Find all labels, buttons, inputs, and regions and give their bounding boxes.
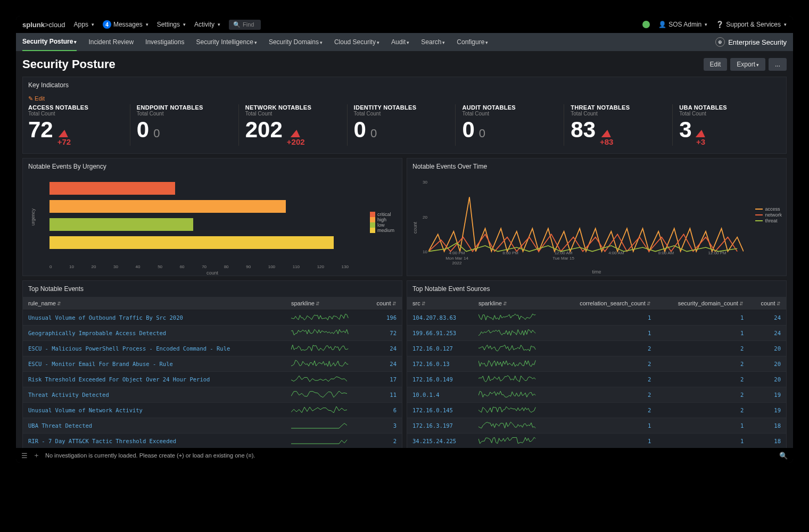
indicator-value: 202+202 bbox=[245, 119, 347, 146]
src-cell[interactable]: 172.16.0.127 bbox=[407, 341, 473, 356]
support-menu[interactable]: ❔ Support & Services bbox=[716, 21, 787, 28]
topbar: splunk>cloud Apps 4 Messages Settings Ac… bbox=[16, 16, 793, 33]
table-row[interactable]: 172.16.0.1272220 bbox=[407, 341, 786, 356]
col-corr[interactable]: correlation_search_count bbox=[557, 297, 656, 310]
table-row[interactable]: 172.16.3.1971118 bbox=[407, 418, 786, 434]
table-row[interactable]: 104.207.83.631124 bbox=[407, 310, 786, 326]
user-menu[interactable]: 👤 SOS Admin bbox=[658, 21, 707, 28]
sparkline-cell bbox=[473, 341, 557, 356]
count-cell: 2 bbox=[366, 434, 402, 448]
indicator[interactable]: THREAT NOTABLESTotal Count83+83 bbox=[564, 104, 672, 146]
col-domain[interactable]: security_domain_count bbox=[656, 297, 749, 310]
bar-low[interactable] bbox=[49, 218, 193, 231]
rule-name[interactable]: Threat Activity Detected bbox=[23, 387, 286, 403]
table-row[interactable]: Unusual Volume of Outbound Traffic By Sr… bbox=[23, 310, 402, 326]
sparkline-cell bbox=[473, 403, 557, 418]
panel-title: Top Notable Event Sources bbox=[407, 281, 786, 297]
rule-name[interactable]: Unusual Volume of Network Activity bbox=[23, 403, 286, 418]
nav-security-domains[interactable]: Security Domains bbox=[269, 34, 323, 51]
add-icon[interactable]: ＋ bbox=[33, 451, 40, 460]
table-row[interactable]: ESCU - Monitor Email For Brand Abuse - R… bbox=[23, 356, 402, 372]
nav-configure[interactable]: Configure bbox=[457, 34, 488, 51]
indicator-value: 72+72 bbox=[28, 119, 130, 146]
indicator[interactable]: ENDPOINT NOTABLESTotal Count00 bbox=[130, 104, 238, 146]
src-cell[interactable]: 34.215.24.225 bbox=[407, 434, 473, 448]
table-row[interactable]: 34.215.24.2251118 bbox=[407, 434, 786, 448]
zero-sub: 0 bbox=[153, 128, 160, 139]
sparkline-cell bbox=[473, 310, 557, 326]
src-cell[interactable]: 172.16.0.145 bbox=[407, 403, 473, 418]
bars-area[interactable] bbox=[49, 180, 349, 260]
indicator[interactable]: UBA NOTABLESTotal Count3+3 bbox=[672, 104, 781, 146]
table-row[interactable]: Threat Activity Detected11 bbox=[23, 387, 402, 403]
global-search[interactable]: 🔍 Find bbox=[229, 20, 261, 30]
table-row[interactable]: UBA Threat Detected3 bbox=[23, 418, 402, 434]
bar-medium[interactable] bbox=[49, 236, 334, 249]
list-icon[interactable]: ☰ bbox=[21, 452, 28, 460]
messages-menu[interactable]: 4 Messages bbox=[103, 20, 148, 29]
table-row[interactable]: 172.16.0.132220 bbox=[407, 356, 786, 372]
search-icon[interactable]: 🔍 bbox=[779, 452, 788, 460]
sparkline-cell bbox=[286, 387, 366, 403]
nav-audit[interactable]: Audit bbox=[391, 34, 409, 51]
src-cell[interactable]: 199.66.91.253 bbox=[407, 326, 473, 341]
nav-security-intelligence[interactable]: Security Intelligence bbox=[196, 34, 257, 51]
count-cell: 19 bbox=[749, 403, 786, 418]
indicator[interactable]: AUDIT NOTABLESTotal Count00 bbox=[455, 104, 564, 146]
src-cell[interactable]: 172.16.3.197 bbox=[407, 418, 473, 434]
table-row[interactable]: ESCU - Malicious PowerShell Process - En… bbox=[23, 341, 402, 356]
delta: +83 bbox=[600, 130, 613, 146]
table-row[interactable]: Unusual Volume of Network Activity6 bbox=[23, 403, 402, 418]
activity-menu[interactable]: Activity bbox=[194, 21, 220, 28]
table-row[interactable]: Risk Threshold Exceeded For Object Over … bbox=[23, 372, 402, 387]
x-axis-label: count bbox=[207, 270, 218, 276]
table-row[interactable]: 172.16.0.1452219 bbox=[407, 403, 786, 418]
col-count[interactable]: count bbox=[366, 297, 402, 310]
count-cell: 17 bbox=[366, 372, 402, 387]
settings-menu[interactable]: Settings bbox=[157, 21, 186, 28]
col-sparkline[interactable]: sparkline bbox=[286, 297, 366, 310]
apps-menu[interactable]: Apps bbox=[74, 21, 94, 28]
status-ok-icon[interactable] bbox=[642, 21, 650, 28]
table-row[interactable]: RIR - 7 Day ATT&CK Tactic Threshold Exce… bbox=[23, 434, 402, 448]
indicator-title: ACCESS NOTABLES bbox=[28, 104, 130, 111]
x-ticks: 4:00 PMMon Mar 1420228:00 PM12:00 AMTue … bbox=[428, 251, 744, 266]
indicator[interactable]: IDENTITY NOTABLESTotal Count00 bbox=[347, 104, 456, 146]
rule-name[interactable]: UBA Threat Detected bbox=[23, 418, 286, 434]
nav-security-posture[interactable]: Security Posture bbox=[22, 33, 77, 51]
export-button[interactable]: Export bbox=[730, 58, 765, 71]
rule-name[interactable]: ESCU - Malicious PowerShell Process - En… bbox=[23, 341, 286, 356]
rule-name[interactable]: Geographically Improbable Access Detecte… bbox=[23, 326, 286, 341]
sparkline-cell bbox=[473, 387, 557, 403]
indicator[interactable]: ACCESS NOTABLESTotal Count72+72 bbox=[28, 104, 130, 146]
src-cell[interactable]: 172.16.0.149 bbox=[407, 372, 473, 387]
rule-name[interactable]: RIR - 7 Day ATT&CK Tactic Threshold Exce… bbox=[23, 434, 286, 448]
more-button[interactable]: ... bbox=[769, 58, 787, 71]
bar-critical[interactable] bbox=[49, 182, 175, 195]
nav-incident-review[interactable]: Incident Review bbox=[88, 34, 134, 51]
col-rule-name[interactable]: rule_name bbox=[23, 297, 286, 310]
col-count[interactable]: count bbox=[749, 297, 786, 310]
corr-cell: 1 bbox=[557, 326, 656, 341]
indicator[interactable]: NETWORK NOTABLESTotal Count202+202 bbox=[238, 104, 347, 146]
src-cell[interactable]: 104.207.83.63 bbox=[407, 310, 473, 326]
bar-high[interactable] bbox=[49, 200, 286, 213]
src-cell[interactable]: 172.16.0.13 bbox=[407, 356, 473, 372]
src-cell[interactable]: 10.0.1.4 bbox=[407, 387, 473, 403]
col-src[interactable]: src bbox=[407, 297, 473, 310]
col-sparkline[interactable]: sparkline bbox=[473, 297, 557, 310]
table-row[interactable]: Geographically Improbable Access Detecte… bbox=[23, 326, 402, 341]
edit-button[interactable]: Edit bbox=[704, 58, 728, 71]
nav-search[interactable]: Search bbox=[421, 34, 445, 51]
ki-edit-link[interactable]: Edit bbox=[23, 93, 786, 102]
delta: +72 bbox=[57, 130, 71, 146]
table-row[interactable]: 172.16.0.1492220 bbox=[407, 372, 786, 387]
table-row[interactable]: 199.66.91.2531124 bbox=[407, 326, 786, 341]
rule-name[interactable]: Risk Threshold Exceeded For Object Over … bbox=[23, 372, 286, 387]
line-chart[interactable] bbox=[428, 180, 744, 254]
nav-investigations[interactable]: Investigations bbox=[145, 34, 184, 51]
table-row[interactable]: 10.0.1.42219 bbox=[407, 387, 786, 403]
rule-name[interactable]: ESCU - Monitor Email For Brand Abuse - R… bbox=[23, 356, 286, 372]
rule-name[interactable]: Unusual Volume of Outbound Traffic By Sr… bbox=[23, 310, 286, 326]
nav-cloud-security[interactable]: Cloud Security bbox=[334, 34, 379, 51]
